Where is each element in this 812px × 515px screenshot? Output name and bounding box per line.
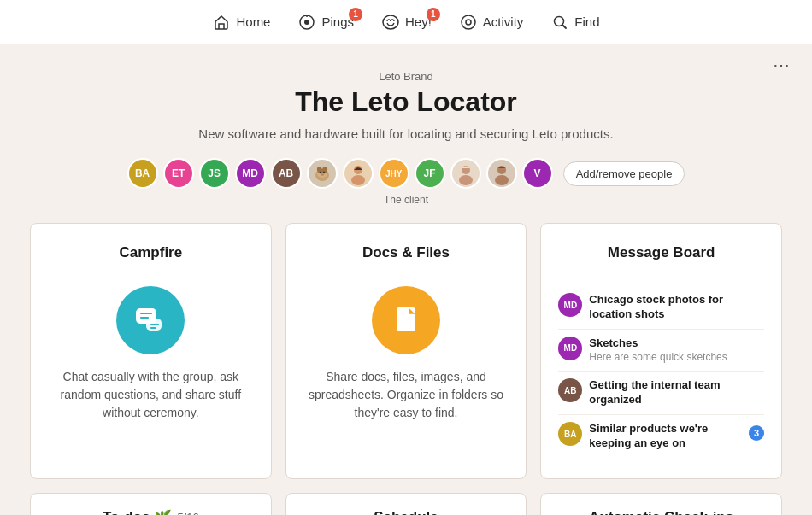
project-brand: Leto Brand (30, 70, 782, 83)
avatar-person3[interactable] (486, 158, 517, 189)
campfire-icon-wrap (48, 286, 254, 354)
svg-point-13 (322, 172, 324, 173)
hey-icon (381, 13, 400, 32)
avatars-row: BA ET JS MD AB (30, 158, 782, 189)
nav-find-label: Find (574, 15, 599, 29)
hey-badge: 1 (427, 8, 440, 21)
avatar-md[interactable]: MD (235, 158, 266, 189)
svg-rect-23 (397, 307, 415, 331)
nav-activity[interactable]: Activity (459, 13, 524, 32)
campfire-icon-circle (116, 286, 185, 354)
avatar-person2[interactable] (450, 158, 481, 189)
svg-point-14 (321, 173, 324, 175)
docs-card[interactable]: Docs & Files Share docs, files, images, … (285, 223, 527, 479)
msg-avatar-ba: BA (558, 422, 582, 446)
bottom-cards-grid: To-dos 🌿 5/16 Probably resource needs 👤 … (30, 493, 782, 515)
msg-title-4: Similar products we're keeping an eye on (589, 422, 742, 451)
schedule-title: Schedule (303, 509, 509, 515)
checkins-card[interactable]: Automatic Check-ins (540, 493, 782, 515)
campfire-desc: Chat casually with the group, ask random… (48, 368, 254, 422)
message-board-title: Message Board (558, 244, 764, 272)
avatar-ba[interactable]: BA (127, 158, 158, 189)
msg-title-2: Sketches (589, 337, 764, 351)
msg-badge-4: 3 (749, 425, 764, 441)
nav-find[interactable]: Find (550, 13, 599, 32)
svg-point-1 (304, 20, 309, 25)
top-navigation: Home Pings 1 (0, 0, 812, 44)
schedule-card[interactable]: Schedule (285, 493, 527, 515)
msg-sub-2: Here are some quick sketches (589, 351, 764, 365)
msg-item-2[interactable]: MD Sketches Here are some quick sketches (558, 330, 764, 372)
nav-home[interactable]: Home (212, 13, 270, 32)
svg-point-18 (459, 175, 473, 185)
svg-point-4 (462, 15, 475, 29)
todos-count: 5/16 (177, 511, 198, 515)
todos-icon: 🌿 (155, 509, 172, 515)
avatar-ab[interactable]: AB (271, 158, 302, 189)
msg-avatar-ab: AB (558, 378, 582, 402)
page-content: Leto Brand The Leto Locator New software… (13, 44, 799, 515)
todos-card[interactable]: To-dos 🌿 5/16 Probably resource needs 👤 … (30, 493, 272, 515)
nav-pings[interactable]: Pings 1 (297, 13, 354, 32)
home-icon (212, 13, 231, 32)
avatar-person1[interactable] (343, 158, 374, 189)
nav-activity-label: Activity (483, 15, 524, 29)
checkins-title: Automatic Check-ins (558, 509, 764, 515)
msg-title-3: Getting the internal team organized (589, 378, 764, 407)
message-board-card[interactable]: Message Board MD Chicago stock photos fo… (540, 223, 782, 479)
campfire-card[interactable]: Campfire Chat casually with the group, a… (30, 223, 272, 479)
msg-avatar-md-2: MD (558, 337, 582, 360)
avatar-v[interactable]: V (522, 158, 553, 189)
avatar-jhy[interactable]: JHY (379, 158, 409, 189)
svg-point-16 (351, 175, 365, 185)
svg-point-5 (466, 20, 471, 25)
avatar-et[interactable]: ET (163, 158, 194, 189)
client-label: The client (30, 194, 782, 206)
docs-title: Docs & Files (303, 244, 509, 272)
add-remove-people-button[interactable]: Add/remove people (563, 161, 685, 186)
message-board-items: MD Chicago stock photos for location sho… (558, 286, 764, 458)
todos-header: To-dos 🌿 5/16 (48, 509, 254, 515)
svg-point-12 (319, 172, 321, 173)
todos-title: To-dos (103, 509, 150, 515)
docs-icon-wrap (303, 286, 509, 354)
nav-hey[interactable]: Hey! 1 (381, 13, 432, 32)
svg-line-7 (563, 25, 567, 28)
project-title: The Leto Locator (30, 86, 782, 118)
activity-icon (459, 13, 478, 32)
msg-avatar-md-1: MD (558, 293, 582, 317)
pings-icon (297, 13, 316, 32)
svg-point-3 (383, 15, 398, 29)
docs-desc: Share docs, files, images, and spreadshe… (303, 368, 509, 422)
avatar-js[interactable]: JS (199, 158, 230, 189)
project-description: New software and hardware built for loca… (30, 126, 782, 141)
nav-home-label: Home (236, 15, 270, 29)
svg-point-6 (555, 16, 564, 26)
msg-item-1[interactable]: MD Chicago stock photos for location sho… (558, 286, 764, 330)
more-button[interactable]: ⋯ (768, 51, 795, 79)
docs-icon-circle (372, 286, 440, 354)
msg-item-3[interactable]: AB Getting the internal team organized (558, 372, 764, 415)
find-icon (550, 13, 569, 32)
avatar-dog[interactable] (307, 158, 338, 189)
top-cards-grid: Campfire Chat casually with the group, a… (30, 223, 782, 479)
svg-point-20 (495, 175, 509, 185)
avatar-jf[interactable]: JF (415, 158, 445, 189)
docs-file-icon (388, 302, 424, 338)
campfire-title: Campfire (48, 244, 254, 272)
pings-badge: 1 (349, 8, 362, 21)
msg-item-4[interactable]: BA Similar products we're keeping an eye… (558, 415, 764, 458)
msg-title-1: Chicago stock photos for location shots (589, 293, 764, 322)
